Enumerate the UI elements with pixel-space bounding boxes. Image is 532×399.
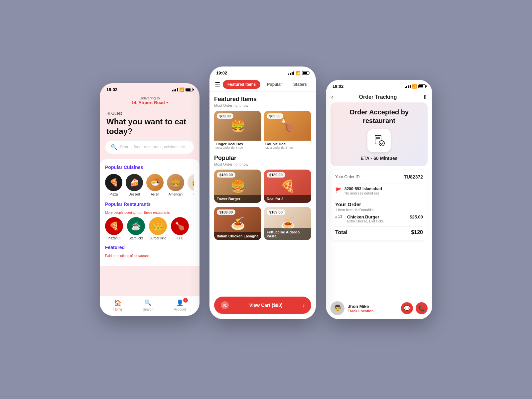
item-info: Chicken Burger Extra Cheese, Diet Coke xyxy=(347,214,407,223)
flag-icon: 🚩 xyxy=(335,187,342,194)
address-row: 🚩 8200-593 Islamabad No address detail s… xyxy=(335,184,423,198)
cuisines-row: 🍕 Pizza 🍰 Dessert 🍜 Asian 🍔 American 🌮 xyxy=(105,174,194,196)
battery-2 xyxy=(302,71,309,75)
search-icon: 🔍 xyxy=(111,144,117,150)
your-order-title: Your Order xyxy=(335,201,423,207)
order-details-card: Your Order ID: TU82372 🚩 8200-593 Islama… xyxy=(331,170,428,240)
headline-text: What you want to eat today? xyxy=(100,117,200,140)
tab-popular[interactable]: Popular xyxy=(262,80,287,89)
popular-subtitle: Most Order right now xyxy=(214,162,311,166)
addr-main: 8200-593 Islamabad xyxy=(344,187,382,191)
popular-title: Popular xyxy=(214,155,311,162)
phone-2-body: Featured Items Most Order right now 🍔 $8… xyxy=(209,92,316,305)
pasta-name: Fettuccine Aldredo Pasta xyxy=(264,228,311,240)
battery-3 xyxy=(418,84,426,88)
restaurant-kfc[interactable]: 🍗 KFC xyxy=(171,217,189,240)
tracking-title: Order Tracking xyxy=(359,94,397,100)
featured-section: Featured Paid promotions of restaurants xyxy=(105,245,194,258)
account-icon: 👤 xyxy=(176,299,184,307)
tower-price: $189.00 xyxy=(217,172,235,178)
account-badge: 1 xyxy=(183,298,188,303)
driver-avatar: 👨 xyxy=(331,301,344,315)
restaurants-title: Popular Restaurants xyxy=(105,201,194,207)
nav-account[interactable]: 👤 1 Account xyxy=(174,299,186,311)
order-status-text: Order Accepted by restaurant xyxy=(336,108,422,125)
search-bar[interactable]: 🔍 Search food, restaurant, cuisines etc.… xyxy=(105,140,194,154)
driver-name: Jhon Mike xyxy=(348,304,401,309)
featured-subtitle: Most Order right now xyxy=(214,103,311,107)
address-display[interactable]: 14, Airport Road ▾ xyxy=(106,100,193,105)
food-card-pasta[interactable]: 🍝 $189.00 Fettuccine Aldredo Pasta xyxy=(264,207,311,240)
main-card: Popular Cuisines 🍕 Pizza 🍰 Dessert 🍜 Asi… xyxy=(100,159,200,266)
food-card-zinger[interactable]: 🍔 $89.00 Zinger Deal Box Most Order righ… xyxy=(214,111,261,151)
food-card-tower[interactable]: 🍔 $189.00 Tower Burger xyxy=(214,170,261,203)
order-icon xyxy=(367,129,391,152)
svg-point-4 xyxy=(379,141,384,146)
greeting-text: Hi Guest xyxy=(100,108,200,117)
tab-staters[interactable]: Staters xyxy=(289,80,311,89)
couple-name: Couple Deal xyxy=(264,142,311,146)
pasta-price: $189.00 xyxy=(267,209,285,215)
cuisine-asian[interactable]: 🍜 Asian xyxy=(146,174,164,196)
hamburger-menu-icon[interactable]: ☰ xyxy=(215,81,220,88)
restaurant-starbucks[interactable]: ☕ Starbucks xyxy=(127,217,145,240)
cuisines-title: Popular Cuisines xyxy=(105,165,194,170)
total-label: Total xyxy=(335,229,347,235)
signal-3 xyxy=(405,85,411,88)
wifi-1: 📶 xyxy=(179,87,184,92)
search-placeholder: Search food, restaurant, cuisines etc... xyxy=(120,145,188,149)
restaurant-pizzahut[interactable]: 🍕 Pizzahut xyxy=(105,217,123,240)
restaurants-subtitle: More people odering from these restauran… xyxy=(105,211,194,214)
zinger-price: $89.00 xyxy=(217,113,233,119)
zinger-sub: Most Order right now xyxy=(214,146,261,151)
zinger-name: Zinger Deal Box xyxy=(214,142,261,146)
tower-name: Tower Burger xyxy=(214,195,261,203)
popular-items-grid: 🍔 $189.00 Tower Burger 🍕 $189.00 Deal fo… xyxy=(214,170,311,203)
featured-subtitle: Paid promotions of restaurants xyxy=(105,254,194,258)
order-status-card: Order Accepted by restaurant ETA - 60 Mi… xyxy=(331,102,428,166)
item-qty: x 13 xyxy=(335,214,344,218)
cart-count: 01 xyxy=(221,301,229,309)
cuisine-more[interactable]: 🌮 He... xyxy=(188,174,194,196)
nav-search[interactable]: 🔍 Search xyxy=(143,299,153,311)
status-bar-2: 19:02 📶 xyxy=(209,66,316,77)
back-button[interactable]: ‹ xyxy=(331,93,333,100)
featured-items-title: Featured Items xyxy=(214,96,311,103)
driver-action[interactable]: Track Location xyxy=(348,309,401,313)
order-id-value: TU82372 xyxy=(404,174,423,180)
total-row: Total $120 xyxy=(335,226,423,235)
nav-search-label: Search xyxy=(143,308,153,311)
battery-1 xyxy=(186,88,193,91)
cuisine-pizza[interactable]: 🍕 Pizza xyxy=(105,174,122,196)
driver-info: Jhon Mike Track Location xyxy=(348,304,401,313)
restaurants-row: 🍕 Pizzahut ☕ Starbucks 👑 Burger king 🍗 K… xyxy=(105,217,194,240)
eta-text: ETA - 60 Mintues xyxy=(336,156,422,161)
food-card-couple[interactable]: 🍗 $89.00 Couple Deal Most Order right no… xyxy=(264,111,311,151)
cuisine-dessert[interactable]: 🍰 Dessert xyxy=(126,174,143,196)
time-1: 19:02 xyxy=(106,87,117,92)
featured-title: Featured xyxy=(105,245,194,250)
cuisine-american[interactable]: 🍔 American xyxy=(167,174,184,196)
food-card-deal2[interactable]: 🍕 $189.00 Deal for 2 xyxy=(264,170,311,203)
nav-account-label: Account xyxy=(174,308,186,311)
nav-home[interactable]: 🏠 Home xyxy=(113,299,122,311)
share-icon[interactable]: ⬆ xyxy=(423,94,427,100)
item-price: $25.00 xyxy=(410,214,423,219)
call-button[interactable]: 📞 xyxy=(416,302,428,314)
search-nav-icon: 🔍 xyxy=(144,299,152,307)
time-2: 19:02 xyxy=(216,70,227,75)
tabs-header: ☰ Featured Items Popular Staters Offers … xyxy=(209,77,316,92)
delivering-label: Delivering to xyxy=(106,96,193,100)
couple-price: $89.00 xyxy=(267,113,283,119)
driver-buttons: 💬 📞 xyxy=(401,302,428,314)
back-icon: ‹ xyxy=(331,93,333,100)
message-button[interactable]: 💬 xyxy=(401,302,413,314)
cart-arrow: › xyxy=(303,303,305,308)
phone-2: 19:02 📶 ☰ Featured Items Popular Staters… xyxy=(209,66,316,319)
status-bar-1: 19:02 📶 xyxy=(100,83,200,94)
restaurant-burgerking[interactable]: 👑 Burger king xyxy=(149,217,167,240)
view-cart-button[interactable]: 01 View Cart ($90) › xyxy=(214,297,311,314)
food-card-lasagna[interactable]: 🍝 $189.00 Italian Chicken Lasagna xyxy=(214,207,261,240)
tab-featured[interactable]: Featured Items xyxy=(223,80,260,89)
tabs-scroll: Featured Items Popular Staters Offers Bu… xyxy=(223,80,311,89)
